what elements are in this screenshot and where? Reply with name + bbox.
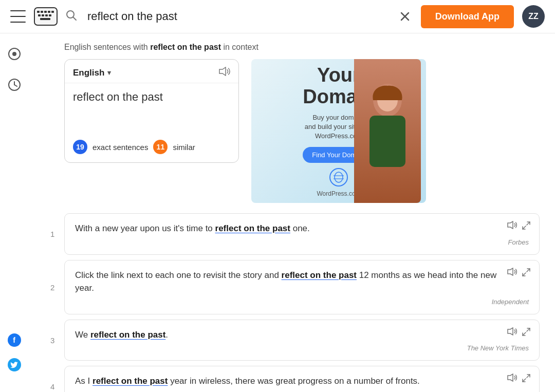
sentence-actions [507,268,531,279]
language-selector[interactable]: English ▾ [73,68,111,78]
content-row: English ▾ reflect on the past 19 exact s… [44,59,540,203]
subtitle-highlight: reflect on the past [150,43,221,51]
sentence-source: The New York Times [75,344,529,352]
subtitle-bar: English sentences with reflect on the pa… [44,33,540,59]
sidebar [0,33,28,93]
sound-button[interactable] [507,268,517,279]
svg-line-12 [73,17,77,20]
sentence-text: We reflect on the past. [75,328,529,342]
svg-line-37 [527,375,530,378]
exact-count-badge: 19 [73,140,87,154]
chevron-down-icon: ▾ [107,69,111,77]
svg-marker-30 [508,268,513,275]
sentence-number: 2 [50,283,54,291]
sentence-item: 4 As I reflect on the past year in wirel… [64,366,540,392]
svg-point-21 [330,169,347,186]
similar-count-badge: 11 [153,140,168,154]
sentence-text-after: one. [290,223,310,233]
facebook-icon[interactable]: f [8,333,21,347]
clear-button[interactable] [397,9,413,24]
expand-button[interactable] [522,327,531,339]
twitter-icon[interactable] [8,358,21,371]
exact-label: exact sentences [92,143,148,152]
sentence-number: 3 [50,335,54,344]
translation-card: English ▾ reflect on the past 19 exact s… [64,59,239,163]
svg-rect-3 [44,11,47,13]
card-footer: 19 exact sentences 11 similar [65,135,238,154]
clock-icon[interactable] [6,77,23,93]
svg-line-35 [523,332,526,335]
sound-button[interactable] [507,374,517,385]
expand-button[interactable] [522,268,531,279]
sentence-item: 3 We reflect on the past. The New York T… [64,320,540,361]
svg-rect-7 [42,14,44,16]
sentence-highlight: reflect on the past [92,376,168,386]
svg-line-29 [523,226,526,229]
download-app-button[interactable]: Download App [421,5,514,28]
main-content: English sentences with reflect on the pa… [28,33,555,392]
svg-marker-27 [508,221,513,229]
sentence-item: 2 Click the link next to each one to rev… [64,260,540,314]
expand-button[interactable] [522,374,531,385]
sentence-actions [507,327,531,339]
svg-line-38 [523,379,526,382]
svg-rect-6 [38,14,41,16]
card-sound-button[interactable] [219,67,230,79]
search-input[interactable] [87,10,389,23]
sentence-highlight: reflect on the past [282,270,357,280]
svg-rect-10 [40,18,50,20]
subtitle-suffix: in context [221,43,258,51]
ad-person-image [354,59,421,203]
svg-line-34 [527,328,530,331]
sentence-highlight: reflect on the past [215,223,290,233]
sound-button[interactable] [507,221,517,232]
sentence-source: Independent [75,298,529,306]
sentence-text: With a new year upon us it's time to ref… [75,222,529,235]
svg-line-31 [527,269,530,272]
menu-icon[interactable] [10,10,26,23]
search-icon [66,10,77,24]
sentence-number: 4 [50,382,54,391]
card-header: English ▾ [65,60,238,83]
sentence-source: Forbes [75,238,529,246]
sentence-text: As I reflect on the past year in wireles… [75,375,529,388]
svg-rect-8 [45,14,48,16]
sentence-item: 1 With a new year upon us it's time to r… [64,213,540,255]
sentence-text-before: We [75,330,90,340]
sentence-text-before: Click the link next to each one to revis… [75,270,282,280]
card-phrase: reflect on the past [65,83,238,135]
sentence-text-before: With a new year upon us it's time to [75,223,215,233]
svg-point-16 [12,52,16,56]
sentences-list: 1 With a new year upon us it's time to r… [44,213,540,392]
language-label: English [73,68,104,78]
similar-label: similar [173,143,195,152]
svg-rect-1 [37,11,40,13]
svg-rect-4 [48,11,50,13]
svg-marker-20 [219,67,226,76]
avatar[interactable]: ZZ [522,5,545,28]
sentence-number: 1 [50,230,54,238]
social-sidebar: f [0,333,28,371]
svg-line-28 [527,222,530,225]
sound-button[interactable] [507,327,517,339]
keyboard-icon [34,5,58,28]
header: Download App ZZ [0,0,555,33]
svg-rect-25 [369,116,405,167]
svg-line-32 [523,273,526,276]
subtitle-prefix: English sentences with [64,43,150,51]
sentence-highlight: reflect on the past [90,330,165,340]
svg-rect-9 [49,14,51,16]
sentence-text: Click the link next to each one to revis… [75,269,529,295]
svg-rect-2 [41,11,43,13]
expand-button[interactable] [522,221,531,232]
svg-line-19 [14,85,17,86]
ad-banner[interactable]: YourDomain Buy your domain,and build you… [251,59,426,203]
sentence-text-before: As I [75,376,92,386]
sentence-text-after: . [165,330,168,340]
sentence-text-after: year in wireless, there was great progre… [168,376,419,386]
svg-marker-33 [508,328,513,335]
svg-rect-5 [51,11,54,13]
sentence-actions [507,221,531,232]
sentence-actions [507,374,531,385]
bubble-icon[interactable] [6,46,23,62]
